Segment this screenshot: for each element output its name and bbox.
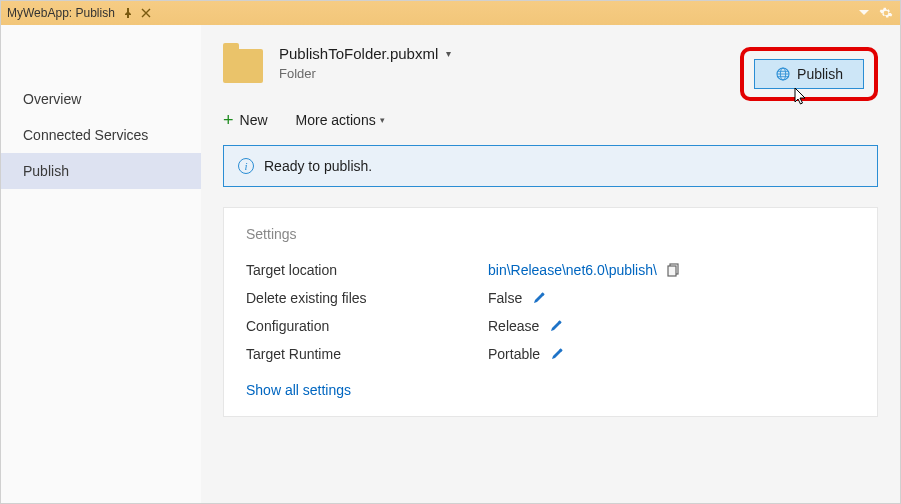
setting-label: Target Runtime xyxy=(246,346,476,362)
sidebar-item-connected-services[interactable]: Connected Services xyxy=(1,117,201,153)
pencil-icon[interactable] xyxy=(549,319,563,333)
tab-title[interactable]: MyWebApp: Publish xyxy=(7,6,121,20)
pencil-icon[interactable] xyxy=(532,291,546,305)
close-icon[interactable] xyxy=(139,6,153,20)
show-all-settings-link[interactable]: Show all settings xyxy=(246,382,351,398)
setting-row: Target locationbin\Release\net6.0\publis… xyxy=(246,256,855,284)
profile-subtitle: Folder xyxy=(279,66,451,81)
sidebar-item-overview[interactable]: Overview xyxy=(1,81,201,117)
setting-label: Configuration xyxy=(246,318,476,334)
sidebar-item-label: Overview xyxy=(23,91,81,107)
setting-row: ConfigurationRelease xyxy=(246,312,855,340)
setting-value-text: Portable xyxy=(488,346,540,362)
publish-button[interactable]: Publish xyxy=(754,59,864,89)
publish-button-label: Publish xyxy=(797,66,843,82)
publish-globe-icon xyxy=(775,66,791,82)
copy-icon[interactable] xyxy=(667,263,681,277)
profile-selector[interactable]: PublishToFolder.pubxml ▾ xyxy=(279,45,451,62)
sidebar-item-label: Connected Services xyxy=(23,127,148,143)
sidebar: Overview Connected Services Publish xyxy=(1,25,201,503)
plus-icon: + xyxy=(223,111,234,129)
folder-icon xyxy=(223,49,263,83)
pin-icon[interactable] xyxy=(121,6,135,20)
setting-label: Target location xyxy=(246,262,476,278)
more-actions-label: More actions xyxy=(296,112,376,128)
tab-strip: MyWebApp: Publish xyxy=(1,1,900,25)
publish-profile-header: PublishToFolder.pubxml ▾ Folder Publish xyxy=(223,45,878,83)
setting-value: Portable xyxy=(488,346,564,362)
publish-button-area: Publish xyxy=(740,47,878,101)
setting-value: Release xyxy=(488,318,563,334)
cursor-icon xyxy=(794,87,810,107)
action-row: + New More actions ▾ xyxy=(223,111,878,129)
setting-value: bin\Release\net6.0\publish\ xyxy=(488,262,681,278)
setting-label: Delete existing files xyxy=(246,290,476,306)
setting-row: Target RuntimePortable xyxy=(246,340,855,368)
status-text: Ready to publish. xyxy=(264,158,372,174)
window-controls xyxy=(856,1,894,25)
new-label: New xyxy=(240,112,268,128)
settings-panel: Settings Target locationbin\Release\net6… xyxy=(223,207,878,417)
window-dropdown-icon[interactable] xyxy=(856,5,872,21)
info-icon: i xyxy=(238,158,254,174)
setting-value-text: Release xyxy=(488,318,539,334)
gear-icon[interactable] xyxy=(878,5,894,21)
sidebar-item-label: Publish xyxy=(23,163,69,179)
sidebar-item-publish[interactable]: Publish xyxy=(1,153,201,189)
tutorial-highlight: Publish xyxy=(740,47,878,101)
more-actions-button[interactable]: More actions ▾ xyxy=(296,112,385,128)
chevron-down-icon: ▾ xyxy=(380,115,385,125)
setting-value-link[interactable]: bin\Release\net6.0\publish\ xyxy=(488,262,657,278)
pencil-icon[interactable] xyxy=(550,347,564,361)
chevron-down-icon: ▾ xyxy=(446,48,451,59)
profile-file-name: PublishToFolder.pubxml xyxy=(279,45,438,62)
new-profile-button[interactable]: + New xyxy=(223,111,268,129)
settings-heading: Settings xyxy=(246,226,855,242)
status-banner: i Ready to publish. xyxy=(223,145,878,187)
setting-value-text: False xyxy=(488,290,522,306)
setting-row: Delete existing filesFalse xyxy=(246,284,855,312)
setting-value: False xyxy=(488,290,546,306)
svg-rect-3 xyxy=(668,266,676,276)
main-content: PublishToFolder.pubxml ▾ Folder Publish xyxy=(201,25,900,503)
